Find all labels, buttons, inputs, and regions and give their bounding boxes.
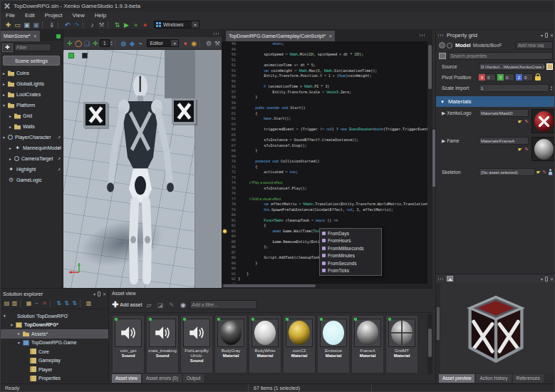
snap-grid-icon[interactable]: ✛ <box>91 39 100 48</box>
skeleton-value[interactable]: (No asset selected) <box>479 168 535 176</box>
scene-tree-item[interactable]: Highlight <box>1 164 63 175</box>
picker-hand-icon[interactable]: ☛ <box>518 147 522 153</box>
code-line[interactable]: 62 base.Start(); <box>222 116 432 122</box>
asset-tile[interactable]: coin_get Sound <box>112 315 145 373</box>
sound-icon[interactable]: ♪ <box>88 21 97 29</box>
code-line[interactable]: 65 <box>222 133 432 138</box>
solution-tree-item[interactable]: Player <box>1 365 108 374</box>
capture-icon[interactable]: ⚒ <box>213 39 222 48</box>
expander-icon[interactable]: ▾ <box>11 323 16 327</box>
tab-mainscene[interactable]: MainScene* ✕ <box>1 31 40 41</box>
expander-icon[interactable]: ▸ <box>18 331 23 336</box>
code-line[interactable]: 60 public override void Start() <box>222 105 432 111</box>
scene-filter-input[interactable] <box>14 43 51 51</box>
menu-item[interactable]: Help <box>90 11 111 20</box>
asset-filter-input[interactable] <box>190 300 257 309</box>
asset-tile[interactable]: BodyWhite Material <box>249 315 281 373</box>
sort-3-icon[interactable]: ⇅ <box>71 299 78 308</box>
open-folder-icon[interactable]: ▭ <box>13 21 22 29</box>
solution-tree-item[interactable]: Properties <box>1 374 108 383</box>
save-all-icon[interactable]: ▣ <box>31 21 41 29</box>
add-item-icon[interactable]: ▥ <box>11 299 19 308</box>
source-value[interactable]: D:\Xenko\...\Models\XenkoCrate.fbx <box>479 63 545 71</box>
copy-icon[interactable]: ▱ <box>144 301 153 309</box>
asset-preview-viewport[interactable] <box>436 283 555 373</box>
mannequin-character[interactable] <box>105 71 176 287</box>
sort-1-icon[interactable]: ⇅ <box>55 299 63 308</box>
code-line[interactable]: 81 Func<Task> cleanupTask = async () => <box>222 218 432 224</box>
asset-view-tab[interactable]: Asset errors (0) <box>142 374 182 383</box>
code-line[interactable]: 66 sfxInstance = SoundEffect?.CreateInst… <box>222 138 432 143</box>
code-line[interactable]: 67 sfxInstance?.Stop(); <box>222 143 432 149</box>
code-line[interactable]: 92} <box>222 277 432 282</box>
light-gizmo-icon[interactable] <box>68 53 74 58</box>
copy-properties-icon[interactable] <box>439 53 446 59</box>
edit-icon[interactable]: ✎ <box>167 301 176 309</box>
code-line[interactable]: 53 var coinHeight = Math.Max(0, Math.Sin… <box>222 68 432 74</box>
expander-icon[interactable]: ▸ <box>9 114 14 118</box>
add-tag-input[interactable] <box>516 41 553 49</box>
new-item-icon[interactable]: ▤ <box>3 299 11 308</box>
paint-icon[interactable]: ◪ <box>155 301 165 309</box>
code-line[interactable]: 73 <box>222 175 432 181</box>
rotation-gizmo-icon[interactable]: ◯ <box>74 39 83 48</box>
material-reference-value[interactable]: Materials/MaskD <box>479 109 529 117</box>
import-icon[interactable]: ⇓ <box>47 21 56 29</box>
close-icon[interactable]: ✕ <box>328 33 332 38</box>
close-icon[interactable]: ✕ <box>33 33 37 38</box>
translation-gizmo-icon[interactable]: ✛ <box>66 39 74 48</box>
snap-magnet-icon[interactable]: ⌁ <box>136 39 145 48</box>
asset-tile[interactable]: crate_breaking Sound <box>146 315 179 373</box>
code-line[interactable]: 63 <box>222 122 432 128</box>
skeleton-person-icon[interactable] <box>548 169 553 175</box>
redo-icon[interactable]: ↷ <box>72 21 81 29</box>
chevron-down-icon[interactable]: ▾ <box>541 277 543 282</box>
autocomplete-item[interactable]: FromMinutes <box>320 252 381 260</box>
camera-gizmo-icon[interactable] <box>82 53 88 58</box>
menu-grip-icon[interactable] <box>420 34 425 36</box>
expander-icon[interactable]: ▸ <box>3 93 8 97</box>
platform-combo[interactable]: Windows ▼ <box>154 21 199 29</box>
scene-tree-item[interactable]: ▸ LootCrates <box>1 89 63 100</box>
loot-crate-left[interactable] <box>83 102 108 128</box>
code-editor[interactable]: 48 return;4950 spinSpeed = Math.Min(10f,… <box>222 41 432 288</box>
editor-settings-icon[interactable]: ⚙ <box>204 39 213 48</box>
autocomplete-item[interactable]: FromMilliseconds <box>320 244 381 252</box>
pivot-z-value[interactable]: 0 <box>522 73 533 81</box>
close-icon[interactable]: ✕ <box>550 33 554 38</box>
editor-mode-combo[interactable]: Editor ▼ <box>147 39 179 47</box>
code-line[interactable]: 77 // Add a visual effect <box>222 197 432 202</box>
expander-icon[interactable]: ▾ <box>4 314 9 318</box>
chevron-down-icon[interactable]: ▾ <box>541 33 543 38</box>
panel-grip-icon[interactable] <box>438 34 444 36</box>
snap-stepper[interactable]: ▲▼ <box>110 41 113 46</box>
asset-view-tab[interactable]: Output <box>183 374 204 383</box>
remove-item-icon[interactable]: − <box>33 299 41 308</box>
live-scripting-icon[interactable]: ⇅ <box>113 21 122 29</box>
expander-icon[interactable]: ▸ <box>3 82 8 86</box>
preview-tab[interactable]: Action history <box>476 374 511 383</box>
expander-icon[interactable]: ▸ <box>9 157 14 161</box>
asset-tile[interactable]: FrameA Material <box>351 315 384 373</box>
chevron-down-icon[interactable]: ▼ <box>171 40 178 46</box>
asset-view-scrollbar[interactable] <box>427 314 432 374</box>
solution-tree-item[interactable]: ▸ Assets* <box>1 329 108 339</box>
code-line[interactable]: 80 <box>222 212 432 218</box>
close-icon[interactable]: ✕ <box>550 277 554 282</box>
record-icon[interactable]: ● <box>140 21 150 29</box>
expander-icon[interactable]: ▸ <box>9 125 14 129</box>
solution-tree-item[interactable]: Gameplay <box>1 356 108 366</box>
preview-tab[interactable]: Asset preview <box>439 374 474 383</box>
chevron-down-icon[interactable]: ▾ <box>93 292 95 296</box>
expander-icon[interactable]: ▾ <box>18 341 23 345</box>
chevron-down-icon[interactable]: ▼ <box>192 21 199 28</box>
solution-tree-item[interactable]: ▾ TopDownRPG* <box>1 321 108 330</box>
add-entity-button[interactable]: ✚ <box>2 43 13 52</box>
material-slot[interactable]: ▶ Fame <box>442 137 479 161</box>
asset-tile[interactable]: coinC2 Material <box>283 315 316 373</box>
material-thumbnail[interactable] <box>531 137 555 161</box>
materials-section-header[interactable]: ▼ Materials <box>436 96 555 107</box>
asset-tile[interactable]: BodyGray Material <box>214 315 247 373</box>
code-line[interactable]: 70 protected void CollisionStarted() <box>222 159 432 165</box>
scene-tree-item[interactable]: ▸ Grid <box>1 110 63 121</box>
